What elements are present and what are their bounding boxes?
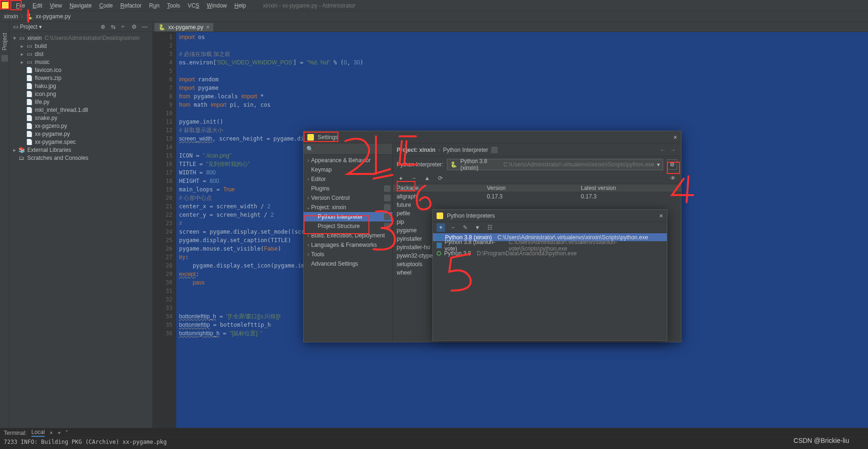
terminal-tab-local[interactable]: Local: [31, 429, 45, 437]
package-row[interactable]: altgraph0.17.30.17.3: [393, 192, 681, 201]
close-tab-icon[interactable]: ×: [206, 24, 210, 31]
file-icon: 🗂: [18, 155, 25, 161]
menu-window[interactable]: Window: [204, 1, 230, 10]
interp-value: Python 3.8 (xinxin): [460, 158, 498, 171]
show-paths-button[interactable]: ☷: [485, 223, 494, 232]
select-opened-file-icon[interactable]: ⊕: [101, 24, 107, 30]
category-label: Project Structure: [318, 223, 360, 229]
tree-row[interactable]: 📄snake.py: [9, 114, 152, 122]
edit-interpreter-button[interactable]: ✎: [461, 223, 469, 232]
interp-label: Python Interpreter:: [397, 161, 443, 168]
settings-category[interactable]: ›Languages & Frameworks: [304, 240, 392, 250]
remove-package-button[interactable]: −: [410, 174, 418, 182]
editor-tab[interactable]: 🐍 xx-pygame.py ×: [155, 22, 213, 32]
category-label: Plugins: [311, 185, 329, 192]
menu-refactor[interactable]: Refactor: [117, 1, 144, 10]
terminal-chevron-icon[interactable]: ˅: [65, 430, 68, 436]
menu-help[interactable]: Help: [232, 1, 249, 10]
add-interpreter-button[interactable]: ＋: [437, 223, 445, 232]
settings-search-input[interactable]: [313, 146, 390, 152]
tree-row[interactable]: ▾▭xinxinC:\Users\Administrator\Desktop\x…: [9, 34, 152, 42]
collapse-all-icon[interactable]: ÷: [121, 24, 128, 30]
settings-category[interactable]: ›Version Control: [304, 193, 392, 203]
tree-label: xx-pygame.py: [35, 131, 70, 137]
terminal-output[interactable]: 7233 INFO: Building PKG (CArchive) xx-py…: [0, 438, 868, 446]
settings-category[interactable]: ›Appearance & Behavior: [304, 156, 392, 165]
settings-category[interactable]: Plugins: [304, 184, 392, 193]
menu-view[interactable]: View: [47, 1, 65, 10]
terminal-add-icon[interactable]: +: [57, 430, 61, 436]
tree-row[interactable]: 📄haku.jpg: [9, 82, 152, 90]
crumb-root[interactable]: xinxin: [4, 13, 18, 20]
refresh-packages-button[interactable]: ⟳: [436, 174, 445, 182]
file-icon: ▭: [25, 59, 33, 65]
tree-row[interactable]: ▸▭dist: [9, 50, 152, 58]
menu-run[interactable]: Run: [146, 1, 162, 10]
menu-tools[interactable]: Tools: [164, 1, 183, 10]
tree-label: haku.jpg: [35, 83, 56, 89]
settings-category[interactable]: Advanced Settings: [304, 259, 392, 268]
menu-navigate[interactable]: Navigate: [67, 1, 94, 10]
project-tree[interactable]: ▾▭xinxinC:\Users\Administrator\Desktop\x…: [9, 32, 152, 449]
add-package-button[interactable]: ＋: [397, 174, 405, 182]
filter-interpreter-button[interactable]: ▼: [473, 223, 482, 232]
pycharm-logo-icon: [2, 2, 9, 9]
line-gutter[interactable]: 1234567891011121314151617181920212223242…: [153, 32, 176, 440]
settings-category[interactable]: Python Interpreter: [304, 212, 392, 221]
menu-file[interactable]: File: [13, 1, 28, 10]
tree-arrow-icon: ▸: [19, 43, 25, 49]
tree-row[interactable]: ▸▭music: [9, 58, 152, 66]
show-early-releases-button[interactable]: 👁: [669, 174, 677, 182]
nav-back-icon[interactable]: ←: [658, 146, 667, 154]
settings-category[interactable]: Project Structure: [304, 221, 392, 231]
tree-row[interactable]: 📄icon.png: [9, 90, 152, 98]
package-row[interactable]: future: [393, 201, 681, 209]
tree-row[interactable]: 📄xx-pygame.spec: [9, 138, 152, 146]
interpreter-combo[interactable]: 🐍 Python 3.8 (xinxin) C:\Users\Administr…: [447, 159, 663, 170]
upgrade-package-button[interactable]: ▲: [423, 174, 431, 182]
tree-row[interactable]: 📄favicon.ico: [9, 66, 152, 74]
settings-category[interactable]: ›Tools: [304, 250, 392, 259]
tree-row[interactable]: ▸▭build: [9, 42, 152, 50]
tree-row[interactable]: ▸📚External Libraries: [9, 146, 152, 154]
settings-category[interactable]: ⌄Project: xinxin: [304, 203, 392, 212]
col-version[interactable]: Version: [487, 185, 581, 191]
interpreter-gear-button[interactable]: ⚙: [667, 159, 677, 170]
settings-icon[interactable]: ⚙: [132, 24, 138, 30]
tree-row[interactable]: 📄flowers.zip: [9, 74, 152, 82]
chevron-down-icon: ▾: [657, 161, 660, 168]
structure-tool-icon[interactable]: [1, 55, 8, 62]
tree-row[interactable]: 📄xx-pgzero.py: [9, 122, 152, 130]
project-tool-button[interactable]: Project: [1, 31, 8, 52]
menu-code[interactable]: Code: [96, 1, 116, 10]
col-package[interactable]: Package: [393, 185, 487, 191]
nav-fwd-icon[interactable]: →: [669, 146, 677, 154]
close-dialog-icon[interactable]: ×: [659, 212, 663, 220]
hide-icon[interactable]: —: [142, 24, 149, 30]
crumb-file[interactable]: xx-pygame.py: [36, 13, 71, 20]
tree-row[interactable]: 🗂Scratches and Consoles: [9, 154, 152, 162]
settings-category[interactable]: Keymap: [304, 165, 392, 174]
expand-all-icon[interactable]: ⇆: [111, 24, 117, 30]
tree-row[interactable]: 📄life.py: [9, 98, 152, 106]
menu-vcs[interactable]: VCS: [185, 1, 202, 10]
interp-path: C:\Users\Administrator\.virtualenvs\xinx…: [503, 161, 654, 168]
settings-category[interactable]: ›Editor: [304, 174, 392, 184]
tree-label: build: [35, 43, 47, 49]
bc-project[interactable]: Project: xinxin: [397, 147, 436, 153]
close-dialog-icon[interactable]: ×: [673, 134, 677, 141]
category-label: Python Interpreter: [318, 213, 363, 220]
menu-edit[interactable]: Edit: [30, 1, 45, 10]
tree-label: External Libraries: [27, 147, 71, 153]
settings-category[interactable]: ›Build, Execution, Deployment: [304, 231, 392, 240]
interpreter-row[interactable]: Python 3.8 (bianlun-vote)C:\Users\Admini…: [433, 241, 667, 249]
file-icon: 📄: [25, 123, 33, 129]
terminal-close-icon[interactable]: ×: [49, 430, 53, 436]
col-latest[interactable]: Latest version: [581, 185, 681, 191]
tree-label: snake.py: [35, 115, 57, 121]
remove-interpreter-button[interactable]: −: [449, 223, 457, 232]
settings-search[interactable]: 🔍: [304, 143, 392, 155]
project-tool-window: ▭ Project ▾ ⊕ ⇆ ÷ ⚙ — ▾▭xinxinC:\Users\A…: [9, 22, 153, 449]
tree-row[interactable]: 📄mkl_intel_thread.1.dll: [9, 106, 152, 114]
tree-row[interactable]: 📄xx-pygame.py: [9, 130, 152, 138]
